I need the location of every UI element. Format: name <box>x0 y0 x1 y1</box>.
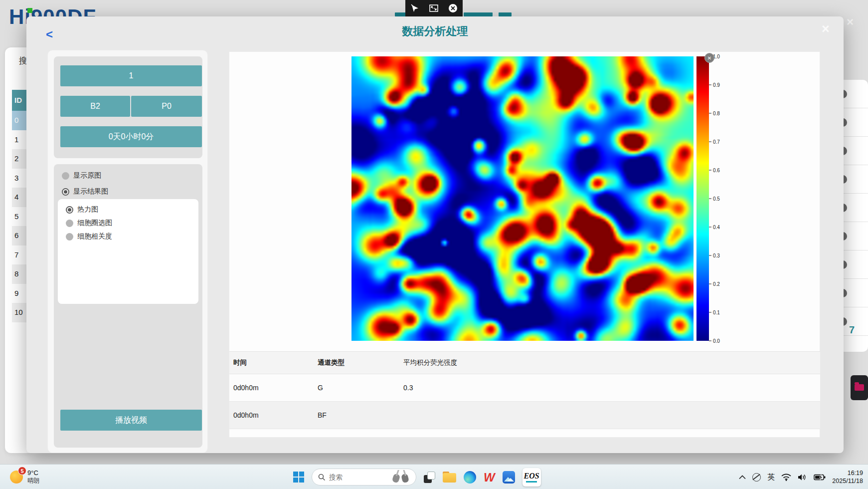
bg-id-column-header: ID <box>12 90 27 111</box>
pointer-share-icon[interactable] <box>410 4 420 12</box>
close-circle-icon[interactable] <box>448 3 458 13</box>
radio-icon <box>66 220 73 227</box>
radio-cell-correlation[interactable]: 细胞相关度 <box>66 232 112 241</box>
time-button[interactable]: 0天0小时0分 <box>60 126 202 147</box>
bg-id-row[interactable]: 3 <box>12 169 27 188</box>
wps-office-icon[interactable]: W <box>484 471 495 484</box>
result-table: 时间通道类型平均积分荧光强度 0d0h0mG0.30d0h0mBF <box>229 351 820 429</box>
radio-label: 细胞相关度 <box>77 232 112 241</box>
tray-time: 16:19 <box>832 469 863 477</box>
colorbar-tick: 0.8 <box>709 111 720 116</box>
search-input[interactable] <box>329 474 385 481</box>
well-info-panel: 1 B2 P0 0天0小时0分 <box>54 56 202 158</box>
table-cell: 0d0h0m <box>229 374 314 402</box>
radio-icon <box>66 206 73 214</box>
table-header-cell: 时间 <box>229 352 314 374</box>
bg-page-number[interactable]: 7 <box>849 324 855 336</box>
bg-id-row[interactable]: 1 <box>12 130 27 150</box>
tray-chevron-icon[interactable] <box>739 475 746 480</box>
tray-date: 2025/11/18 <box>832 477 863 485</box>
bg-id-list: 012345678910 <box>12 111 27 322</box>
radio-label: 细胞圈选图 <box>77 219 112 228</box>
bg-app-title-fragment <box>499 12 512 16</box>
position-button[interactable]: P0 <box>131 96 202 117</box>
radio-heatmap[interactable]: 热力图 <box>66 205 98 214</box>
well-button[interactable]: B2 <box>60 96 130 117</box>
bg-id-row[interactable]: 9 <box>12 284 27 303</box>
play-video-button[interactable]: 播放视频 <box>60 410 202 431</box>
display-options-panel: 显示原图 显示结果图 热力图 细胞圈选图 细胞相关度 <box>54 164 202 448</box>
weather-condition: 晴朗 <box>27 477 39 485</box>
table-row[interactable]: 0d0h0mBF <box>229 402 820 429</box>
colorbar-tick: 0.4 <box>709 225 720 230</box>
task-view-button[interactable] <box>424 472 435 483</box>
colorbar-ticks: 1.00.90.80.70.60.50.40.30.20.10.0 <box>709 56 729 341</box>
radio-label: 显示结果图 <box>73 187 108 196</box>
eos-app-icon[interactable]: EOS <box>522 468 541 487</box>
radio-label: 热力图 <box>77 205 98 214</box>
desktop-folder-widget[interactable] <box>851 375 868 400</box>
volume-icon[interactable] <box>798 474 807 481</box>
heatmap-image <box>351 56 694 341</box>
bg-id-row[interactable]: 6 <box>12 226 27 245</box>
colorbar-tick: 0.3 <box>709 253 720 258</box>
bg-id-row[interactable]: 0 <box>12 111 27 130</box>
bg-id-row[interactable]: 8 <box>12 264 27 284</box>
bg-id-row[interactable]: 5 <box>12 207 27 227</box>
clock[interactable]: 16:19 2025/11/18 <box>832 469 863 485</box>
wifi-icon[interactable] <box>781 474 791 481</box>
result-table-header: 时间通道类型平均积分荧光强度 <box>229 352 820 374</box>
table-header-cell: 通道类型 <box>314 352 399 374</box>
table-cell: 0.3 <box>399 374 820 402</box>
dialog-close-icon[interactable]: × <box>822 21 830 37</box>
media-app-icon[interactable] <box>503 471 515 484</box>
table-cell: G <box>314 374 399 402</box>
colorbar-tick: 0.1 <box>709 310 720 315</box>
radio-icon <box>66 233 73 241</box>
radio-cell-outline[interactable]: 细胞圈选图 <box>66 219 112 228</box>
table-cell: 0d0h0m <box>229 402 314 429</box>
bg-app-close-icon[interactable]: × <box>847 15 854 29</box>
colorbar-tick: 0.9 <box>709 82 720 88</box>
bg-search-label: 搜 <box>19 56 27 67</box>
radio-icon <box>62 188 69 196</box>
taskbar-search[interactable] <box>312 469 416 486</box>
app-logo-dot <box>27 8 32 13</box>
ime-indicator[interactable]: 英 <box>767 473 775 482</box>
sidebar: 1 B2 P0 0天0小时0分 显示原图 显示结果图 热力图 细 <box>47 50 208 453</box>
bg-id-row[interactable]: 7 <box>12 245 27 265</box>
weather-temp: 9°C <box>27 469 39 477</box>
file-explorer-icon[interactable] <box>443 472 456 483</box>
colorbar-badge-icon[interactable]: ✕ <box>704 53 714 63</box>
weather-widget[interactable]: 5 9°C 晴朗 <box>10 465 39 489</box>
edge-browser-icon[interactable] <box>464 471 476 484</box>
resize-icon[interactable] <box>429 4 438 12</box>
search-icon <box>318 474 326 481</box>
bg-id-row[interactable]: 10 <box>12 303 27 322</box>
result-type-box: 热力图 细胞圈选图 细胞相关度 <box>58 199 198 304</box>
group-button[interactable]: 1 <box>60 65 202 86</box>
colorbar-tick: 0.5 <box>709 196 720 202</box>
radio-show-result[interactable]: 显示结果图 <box>62 187 108 196</box>
colorbar-tick: 0.7 <box>709 139 720 145</box>
taskbar: 5 9°C 晴朗 W EOS 英 <box>0 464 868 489</box>
news-badge: 5 <box>18 467 26 475</box>
data-analysis-dialog: < 数据分析处理 × 1 B2 P0 0天0小时0分 显示原图 显示结果图 热力… <box>26 16 844 453</box>
floating-toolbar <box>405 0 463 16</box>
radio-label: 显示原图 <box>73 171 101 180</box>
table-cell <box>399 402 820 429</box>
table-cell: BF <box>314 402 399 429</box>
folder-icon <box>855 384 864 391</box>
search-highlight-image[interactable] <box>389 470 413 484</box>
colorbar-tick: 0.2 <box>709 281 720 287</box>
bg-id-row[interactable]: 2 <box>12 149 27 169</box>
radio-show-original[interactable]: 显示原图 <box>62 171 101 180</box>
battery-charging-icon[interactable] <box>814 474 826 481</box>
start-button[interactable] <box>293 472 304 483</box>
table-row[interactable]: 0d0h0mG0.3 <box>229 374 820 402</box>
table-header-cell: 平均积分荧光强度 <box>399 352 820 374</box>
bg-id-row[interactable]: 4 <box>12 188 27 207</box>
sun-icon: 5 <box>10 471 23 484</box>
colorbar <box>696 56 709 341</box>
do-not-disturb-icon[interactable] <box>752 473 761 482</box>
